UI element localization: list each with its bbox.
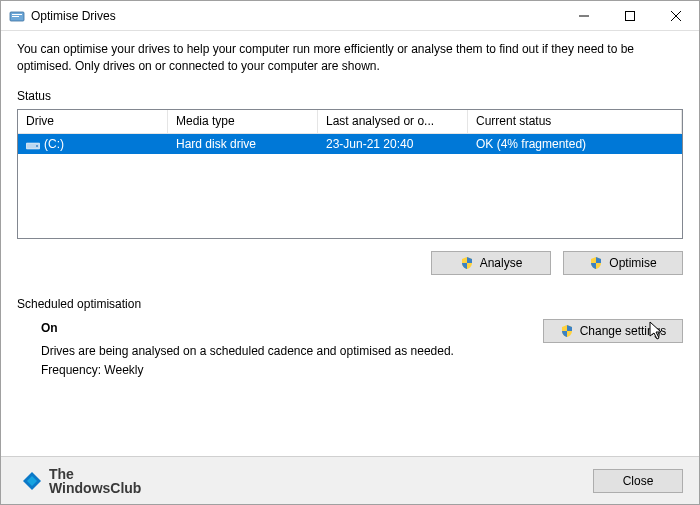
scheduled-state: On: [41, 319, 454, 338]
content-area: You can optimise your drives to help you…: [1, 31, 699, 380]
scheduled-section: On Drives are being analysed on a schedu…: [17, 319, 683, 381]
scheduled-frequency: Frequency: Weekly: [41, 361, 454, 380]
col-status[interactable]: Current status: [468, 110, 682, 133]
analyse-label: Analyse: [480, 256, 523, 270]
action-buttons: Analyse Optimise: [17, 251, 683, 275]
watermark-text: The WindowsClub: [49, 467, 141, 496]
optimise-label: Optimise: [609, 256, 656, 270]
status-label: Status: [17, 89, 683, 103]
svg-rect-2: [12, 16, 19, 17]
shield-icon: [460, 256, 474, 270]
cell-last: 23-Jun-21 20:40: [318, 135, 468, 153]
col-media[interactable]: Media type: [168, 110, 318, 133]
table-row[interactable]: (C:) Hard disk drive 23-Jun-21 20:40 OK …: [18, 134, 682, 154]
cell-status: OK (4% fragmented): [468, 135, 682, 153]
change-settings-label: Change settings: [580, 324, 667, 338]
col-last[interactable]: Last analysed or o...: [318, 110, 468, 133]
description-text: You can optimise your drives to help you…: [17, 41, 683, 75]
svg-rect-4: [626, 11, 635, 20]
scheduled-text: On Drives are being analysed on a schedu…: [17, 319, 454, 381]
drives-table: Drive Media type Last analysed or o... C…: [17, 109, 683, 239]
minimize-button[interactable]: [561, 1, 607, 31]
analyse-button[interactable]: Analyse: [431, 251, 551, 275]
svg-rect-1: [12, 14, 22, 15]
maximize-button[interactable]: [607, 1, 653, 31]
close-window-button[interactable]: [653, 1, 699, 31]
col-drive[interactable]: Drive: [18, 110, 168, 133]
drive-name: (C:): [44, 137, 64, 151]
window-title: Optimise Drives: [31, 9, 116, 23]
table-header: Drive Media type Last analysed or o... C…: [18, 110, 682, 134]
shield-icon: [560, 324, 574, 338]
cell-drive: (C:): [18, 135, 168, 153]
watermark-icon: [21, 470, 43, 492]
titlebar: Optimise Drives: [1, 1, 699, 31]
change-settings-button[interactable]: Change settings: [543, 319, 683, 343]
scheduled-desc: Drives are being analysed on a scheduled…: [41, 342, 454, 361]
scheduled-label: Scheduled optimisation: [17, 297, 683, 311]
optimise-button[interactable]: Optimise: [563, 251, 683, 275]
cell-media: Hard disk drive: [168, 135, 318, 153]
shield-icon: [589, 256, 603, 270]
svg-point-8: [36, 145, 38, 147]
drive-icon: [26, 138, 40, 150]
close-button[interactable]: Close: [593, 469, 683, 493]
app-icon: [9, 8, 25, 24]
watermark: The WindowsClub: [21, 467, 141, 496]
